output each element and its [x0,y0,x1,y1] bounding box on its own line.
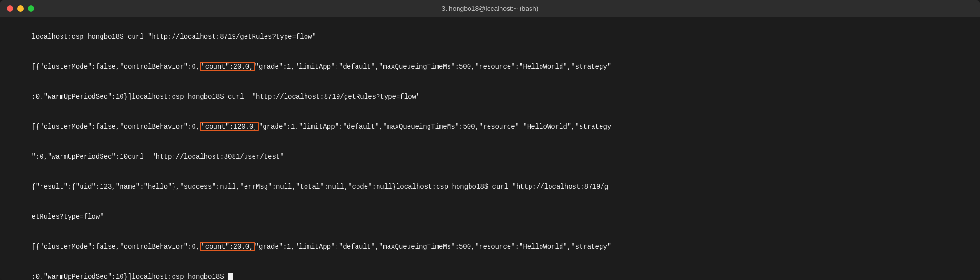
terminal-cursor [228,273,233,280]
terminal-window: 3. hongbo18@localhost:~ (bash) localhost… [0,0,980,280]
titlebar: 3. hongbo18@localhost:~ (bash) [0,0,980,17]
terminal-content[interactable]: localhost:csp hongbo18$ curl "http://loc… [0,17,980,280]
count-highlight-3: "count":20.0, [200,242,255,251]
terminal-line-4: [{"clusterMode":false,"controlBehavior":… [8,112,972,142]
minimize-button[interactable] [17,5,24,12]
terminal-line-2: [{"clusterMode":false,"controlBehavior":… [8,52,972,82]
terminal-line-7: etRules?type=flow" [8,202,972,232]
close-button[interactable] [7,5,13,12]
window-title: 3. hongbo18@localhost:~ (bash) [442,5,539,12]
terminal-line-1: localhost:csp hongbo18$ curl "http://loc… [8,22,972,52]
traffic-lights [7,5,34,12]
count-highlight-1: "count":20.0, [200,62,255,71]
terminal-line-5: ":0,"warmUpPeriodSec":10curl "http://loc… [8,142,972,172]
count-highlight-2: "count":120.0, [200,122,259,131]
terminal-line-8: [{"clusterMode":false,"controlBehavior":… [8,232,972,262]
maximize-button[interactable] [28,5,34,12]
terminal-line-6: {"result":{"uid":123,"name":"hello"},"su… [8,172,972,202]
terminal-line-3: :0,"warmUpPeriodSec":10}]localhost:csp h… [8,82,972,112]
terminal-line-9: :0,"warmUpPeriodSec":10}]localhost:csp h… [8,262,972,280]
